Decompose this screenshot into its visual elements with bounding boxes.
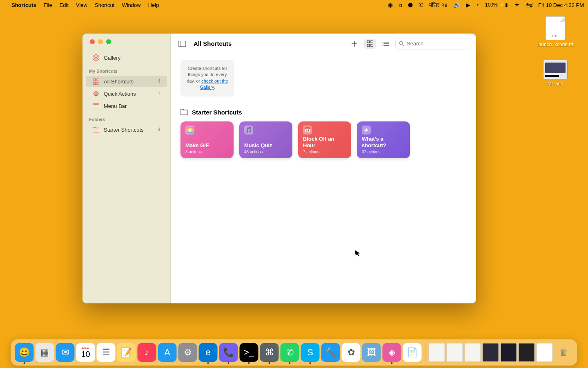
sidebar-item-count: 4 bbox=[158, 79, 160, 84]
menu-edit[interactable]: Edit bbox=[60, 2, 69, 8]
status-viber-icon[interactable]: ✆ bbox=[419, 2, 423, 8]
list-view-button[interactable] bbox=[380, 39, 391, 49]
menu-help[interactable]: Help bbox=[148, 2, 159, 8]
card-subtitle: 7 actions bbox=[303, 150, 346, 154]
dock-app-appstore[interactable]: A bbox=[158, 343, 177, 362]
svg-point-22 bbox=[383, 43, 383, 44]
svg-rect-18 bbox=[367, 44, 370, 47]
status-clock[interactable]: Fri 10 Dec 4:22 PM bbox=[538, 2, 584, 8]
gallery-icon bbox=[92, 54, 100, 61]
dock-app-photos[interactable]: ✿ bbox=[342, 343, 361, 362]
sidebar: Gallery My Shortcuts All Shortcuts 4 Qui… bbox=[82, 34, 171, 303]
section-title-text: Starter Shortcuts bbox=[192, 109, 242, 116]
shortcut-card[interactable]: ◈ What's a shortcut? 37 actions bbox=[357, 121, 410, 158]
dock-separator bbox=[425, 343, 425, 361]
shortcut-card[interactable]: 🎵 Music Quiz 46 actions bbox=[239, 121, 292, 158]
dock-app-notes[interactable]: 📝 bbox=[117, 343, 136, 362]
dock-app-screenshot[interactable]: ⌘ bbox=[260, 343, 279, 362]
svg-point-26 bbox=[399, 41, 403, 45]
status-battery[interactable]: 100% ⚡▮ bbox=[485, 2, 508, 8]
menu-view[interactable]: View bbox=[76, 2, 87, 8]
dock-app-textedit[interactable]: 📄 bbox=[403, 343, 422, 362]
search-input[interactable] bbox=[407, 40, 467, 47]
menu-window[interactable]: Window bbox=[122, 2, 140, 8]
dock-minimized-window[interactable] bbox=[465, 343, 481, 362]
sidebar-item-count: 1 bbox=[158, 91, 160, 96]
status-volume-icon[interactable]: 🔊 bbox=[453, 2, 460, 8]
zoom-button[interactable] bbox=[106, 39, 111, 44]
dock-app-shortcuts[interactable]: ◈ bbox=[383, 343, 401, 362]
toolbar: All Shortcuts bbox=[171, 34, 476, 54]
dock-app-mail[interactable]: ✉ bbox=[56, 343, 75, 362]
shortcuts-grid: 🌅 Make GIF 8 actions 🎵 Music Quiz 46 act… bbox=[180, 121, 466, 158]
shortcut-card[interactable]: 📅 Block Off an Hour 7 actions bbox=[298, 121, 351, 158]
main-content: All Shortcuts Create shortcuts for thing… bbox=[171, 34, 476, 303]
svg-rect-12 bbox=[178, 41, 186, 47]
card-title: What's a shortcut? bbox=[362, 136, 405, 148]
dock-app-music[interactable]: ♪ bbox=[138, 343, 156, 362]
add-shortcut-button[interactable] bbox=[349, 39, 360, 49]
dock-minimized-window[interactable] bbox=[519, 343, 535, 362]
svg-rect-10 bbox=[93, 103, 99, 108]
grid-view-button[interactable] bbox=[364, 39, 376, 49]
menu-shortcut[interactable]: Shortcut bbox=[95, 2, 114, 8]
hint-link[interactable]: check out the Gallery bbox=[200, 79, 228, 90]
sidebar-item-quick-actions[interactable]: Quick Actions 1 bbox=[86, 88, 167, 99]
desktop-file-rtf[interactable]: launch_xcode.rtf bbox=[535, 16, 576, 47]
status-stop-icon[interactable]: ◉ bbox=[388, 2, 393, 8]
status-tray-icon[interactable]: ⧈ bbox=[399, 2, 402, 9]
dock-app-calendar[interactable]: DEC10 bbox=[76, 343, 95, 362]
card-icon: 📅 bbox=[303, 126, 312, 135]
search-icon bbox=[399, 41, 404, 46]
dock-app-whatsapp[interactable]: ✆ bbox=[281, 343, 299, 362]
sidebar-item-menu-bar[interactable]: Menu Bar bbox=[86, 100, 167, 112]
gear-icon bbox=[92, 90, 100, 97]
dock-app-settings[interactable]: ⚙ bbox=[178, 343, 197, 362]
minimize-button[interactable] bbox=[98, 39, 103, 44]
card-icon: ◈ bbox=[362, 126, 371, 135]
dock-app-xcode[interactable]: 🔨 bbox=[321, 343, 340, 362]
svg-rect-7 bbox=[97, 82, 99, 85]
dock-minimized-window[interactable] bbox=[537, 343, 553, 362]
sidebar-item-all-shortcuts[interactable]: All Shortcuts 4 bbox=[86, 76, 167, 87]
dock-minimized-window[interactable] bbox=[501, 343, 517, 362]
menu-file[interactable]: File bbox=[44, 2, 52, 8]
grid-icon bbox=[92, 78, 100, 85]
card-icon: 🌅 bbox=[185, 126, 194, 135]
svg-rect-19 bbox=[371, 44, 373, 47]
dock-app-launchpad[interactable]: ▦ bbox=[36, 343, 54, 362]
status-shield-icon[interactable]: ⬢ bbox=[408, 2, 413, 8]
status-bluetooth-icon[interactable]: ᛭ bbox=[476, 2, 479, 8]
sidebar-item-count: 4 bbox=[158, 127, 160, 132]
dock-app-finder[interactable]: 😀 bbox=[15, 343, 34, 362]
desktop-folder-movies[interactable]: Movies bbox=[535, 60, 576, 87]
sidebar-item-gallery[interactable]: Gallery bbox=[86, 52, 167, 63]
dock-minimized-window[interactable] bbox=[429, 343, 445, 362]
status-play-icon[interactable]: ▶ bbox=[466, 2, 470, 8]
close-button[interactable] bbox=[90, 39, 95, 44]
dock-app-viber[interactable]: 📞 bbox=[219, 343, 238, 362]
dock-app-skype[interactable]: S bbox=[301, 343, 320, 362]
app-menu[interactable]: Shortcuts bbox=[11, 2, 36, 8]
dock-app-edge[interactable]: e bbox=[199, 343, 218, 362]
sidebar-item-label: Starter Shortcuts bbox=[104, 127, 144, 133]
shortcut-card[interactable]: 🌅 Make GIF 8 actions bbox=[180, 121, 234, 158]
dock-trash[interactable]: 🗑 bbox=[555, 343, 573, 362]
hint-card: Create shortcuts for things you do every… bbox=[180, 60, 234, 96]
dock-minimized-window[interactable] bbox=[447, 343, 463, 362]
sidebar-header-folders: Folders bbox=[82, 112, 170, 123]
dock-app-reminders[interactable]: ☰ bbox=[97, 343, 116, 362]
dock-app-terminal[interactable]: >_ bbox=[240, 343, 258, 362]
toggle-sidebar-button[interactable] bbox=[176, 39, 188, 49]
dock-minimized-window[interactable] bbox=[483, 343, 499, 362]
status-wifi-icon[interactable] bbox=[514, 2, 520, 7]
status-alt-date[interactable]: मंसिर २४ bbox=[429, 2, 448, 9]
desktop-folder-label: Movies bbox=[548, 81, 563, 87]
sidebar-item-starter-shortcuts[interactable]: Starter Shortcuts 4 bbox=[86, 124, 167, 135]
dock-app-preview[interactable]: 🖼 bbox=[362, 343, 381, 362]
search-field[interactable] bbox=[395, 38, 470, 49]
menubar: Shortcuts File Edit View Shortcut Window… bbox=[0, 0, 588, 10]
status-control-center-icon[interactable] bbox=[526, 3, 532, 7]
desktop-file-label: launch_xcode.rtf bbox=[537, 42, 573, 47]
sidebar-item-label: Gallery bbox=[104, 55, 120, 61]
